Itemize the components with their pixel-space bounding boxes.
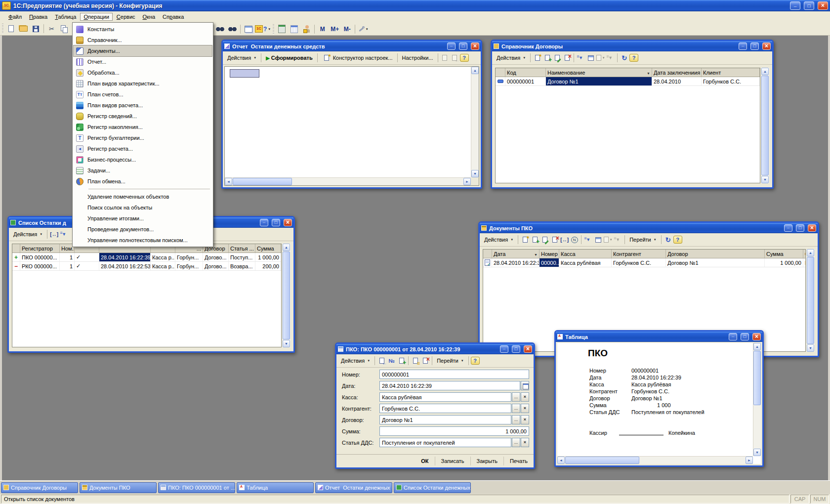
reread-icon[interactable] (377, 357, 386, 365)
app-close-button[interactable] (818, 1, 828, 10)
dds-article-field[interactable]: Поступления от покупателей (379, 438, 511, 447)
copy-document-icon[interactable] (530, 236, 540, 244)
article-column-header[interactable]: Ст. (803, 250, 806, 258)
refresh-icon[interactable] (664, 236, 673, 244)
contragent-clear-button[interactable]: × (521, 404, 529, 413)
report-vscrollbar[interactable] (471, 67, 479, 177)
menu-file[interactable]: Файл (5, 13, 25, 21)
toolbar-grip[interactable] (273, 24, 274, 34)
registrar-cell[interactable]: ПКО 000000... (20, 253, 60, 261)
scroll-down-icon[interactable] (283, 340, 290, 347)
contracts-maximize-button[interactable] (750, 42, 759, 50)
taskbar-report[interactable]: Отчет Остатки денежных с... (315, 482, 392, 493)
period-cell[interactable]: 28.04.2010 16:22:53 (99, 262, 151, 270)
calendar-picker-button[interactable] (521, 381, 529, 390)
find-next-button[interactable] (227, 24, 238, 35)
generate-button[interactable]: Сформировать (263, 54, 315, 62)
number-cell-selected[interactable]: 00000... (540, 258, 559, 267)
add-item-icon[interactable] (533, 54, 542, 62)
documents-titlebar[interactable]: Документы ПКО (480, 223, 818, 233)
calculator-button[interactable] (276, 24, 288, 35)
date-cell[interactable]: 28.04.2010 (652, 77, 702, 85)
calendar-button[interactable] (289, 24, 300, 35)
help-button[interactable]: ? (673, 236, 682, 244)
contragent-cell[interactable]: Горбунков С.С. (612, 258, 666, 267)
report-close-button[interactable] (471, 42, 479, 50)
marker-column-header[interactable] (12, 244, 20, 252)
toolbar-grip[interactable] (2, 24, 3, 34)
balances-maximize-button[interactable] (272, 219, 280, 226)
menu-item-catalog[interactable]: Справочник... (74, 35, 212, 45)
new-document-button[interactable] (5, 23, 17, 34)
close-button[interactable]: Закрыть (470, 457, 503, 465)
report-titlebar[interactable]: Отчет Остатки денежных средств (223, 41, 481, 51)
kassa-pick-button[interactable]: ... (512, 392, 520, 402)
menu-item-calculation-register[interactable]: Регистр расчета... (74, 143, 212, 154)
scroll-right-icon[interactable] (746, 457, 753, 464)
dds-article-clear-button[interactable]: × (521, 438, 529, 447)
scroll-down-icon[interactable] (471, 170, 479, 177)
sum-field[interactable]: 1 000,00 (379, 426, 529, 436)
column-width-icon[interactable] (560, 236, 569, 244)
sum-cell[interactable]: 1 000,00 (255, 253, 281, 261)
edit-icon[interactable] (552, 54, 562, 62)
name-cell-selected[interactable]: Договор №1 (546, 77, 652, 85)
write-button[interactable]: Записать (435, 457, 470, 465)
contracts-close-button[interactable] (762, 42, 771, 50)
sort-filter-icon[interactable] (576, 54, 585, 62)
scrollbar-thumb[interactable] (807, 257, 814, 344)
documents-vscrollbar[interactable] (807, 249, 815, 352)
menu-item-characteristic-types[interactable]: План видов характеристик... (74, 78, 212, 89)
settings-button[interactable]: Настройки... (400, 54, 436, 62)
app-maximize-button[interactable] (804, 1, 814, 10)
kassa-column-header[interactable]: Касса (559, 250, 612, 258)
number-column-header[interactable]: Номер (540, 250, 559, 258)
menu-item-accumulation-register[interactable]: Регистр накопления... (74, 122, 212, 132)
memory-button[interactable]: М (317, 24, 328, 35)
menu-item-tasks[interactable]: Задачи... (74, 165, 212, 176)
app-minimize-button[interactable] (790, 1, 800, 10)
menu-item-report[interactable]: Отчет... (74, 56, 212, 67)
menu-operations[interactable]: Операции (80, 13, 112, 21)
contracts-minimize-button[interactable] (739, 42, 747, 50)
dogovor-field[interactable]: Договор №1 (379, 415, 511, 424)
dogovor-cell[interactable]: Договор №1 (666, 258, 765, 267)
scroll-up-icon[interactable] (761, 68, 769, 75)
unpost-document-icon[interactable] (420, 357, 430, 365)
taskbar-documents[interactable]: Документы ПКО (80, 482, 157, 493)
scroll-up-icon[interactable] (753, 343, 761, 350)
taskbar-contracts[interactable]: Справочник Договоры (1, 482, 78, 493)
pko-maximize-button[interactable] (512, 345, 520, 353)
scroll-right-icon[interactable] (463, 178, 471, 185)
documents-close-button[interactable] (808, 224, 816, 232)
pko-close-button[interactable] (524, 345, 532, 353)
code-column-header[interactable]: Код (505, 68, 546, 77)
date-field[interactable]: 28.04.2010 16:22:39 (379, 381, 520, 390)
copy-icon[interactable] (397, 357, 406, 365)
period-cell-selected[interactable]: 28.04.2010 16:22:39 (99, 253, 151, 261)
registrar-cell[interactable]: РКО 000000... (20, 262, 60, 270)
list-form-icon[interactable] (593, 236, 603, 244)
dds-article-pick-button[interactable]: ... (512, 438, 520, 447)
actions-button[interactable]: Действия (225, 54, 259, 62)
goto-button[interactable]: Перейти (434, 357, 466, 365)
kassa-cell[interactable]: Касса рублёвая (559, 258, 612, 267)
set-number-icon[interactable] (387, 357, 396, 365)
date-column-header[interactable]: Дата (492, 250, 540, 258)
balances-row[interactable]: + ПКО 000000... 1 ✓ 28.04.2010 16:22:39 … (12, 253, 281, 262)
print-maximize-button[interactable] (741, 333, 749, 340)
contracts-row[interactable]: 000000001 Договор №1 28.04.2010 Горбунко… (496, 77, 760, 86)
article-cell[interactable]: По (803, 258, 806, 267)
post-document-icon[interactable] (411, 357, 420, 365)
balances-close-button[interactable] (284, 219, 292, 226)
contragent-field[interactable]: Горбунков С.С. (379, 404, 511, 413)
tools-button[interactable] (357, 24, 369, 35)
number-cell[interactable]: 1 (60, 262, 75, 270)
client-column-header[interactable]: Клиент (702, 68, 760, 77)
report-maximize-button[interactable] (459, 42, 467, 50)
report-hscrollbar[interactable] (225, 177, 471, 185)
menu-item-business-processes[interactable]: Бизнес-процессы... (74, 154, 212, 165)
balances-vscrollbar[interactable] (283, 244, 290, 347)
menu-help[interactable]: Справка (159, 13, 187, 21)
menu-item-documents[interactable]: Документы... (74, 45, 212, 56)
